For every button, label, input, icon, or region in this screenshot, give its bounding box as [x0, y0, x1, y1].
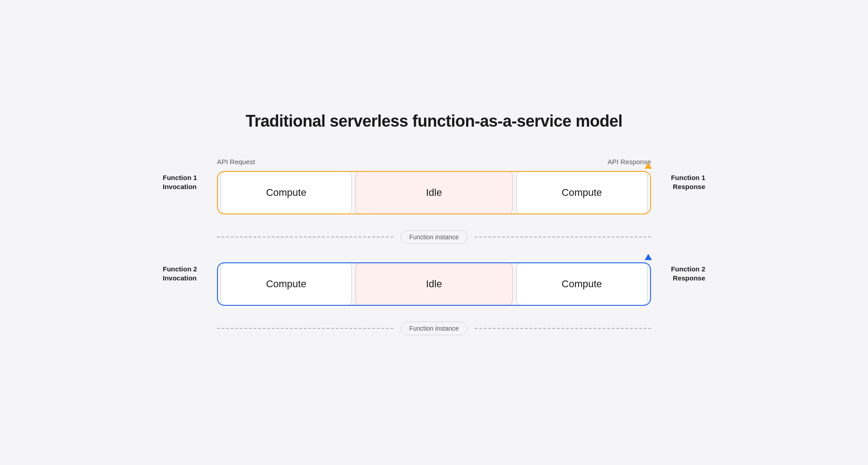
function2-divider-line-right — [475, 328, 651, 329]
function2-instance-divider: Function instance — [163, 322, 705, 335]
function1-right-label: Function 1 Response — [651, 169, 705, 223]
function1-row: Function 1 Invocation Compute Idle Compu… — [163, 169, 705, 223]
function2-left-label: Function 2 Invocation — [163, 260, 217, 314]
function2-right-label: Function 2 Response — [651, 260, 705, 314]
function1-frame-wrapper: Compute Idle Compute — [217, 169, 651, 217]
function1-section: API Request API Response Function 1 Invo… — [163, 158, 705, 244]
diagram-container: Traditional serverless function-as-a-ser… — [136, 94, 732, 371]
api-labels-row-1: API Request API Response — [163, 158, 705, 166]
function1-divider-line-right — [475, 237, 651, 237]
function2-section: Function 2 Invocation Compute Idle Compu… — [163, 257, 705, 335]
function2-row: Function 2 Invocation Compute Idle Compu… — [163, 260, 705, 314]
function1-instance-divider: Function instance — [163, 230, 705, 244]
function2-outer-frame — [217, 262, 651, 306]
function1-instance-label: Function instance — [401, 230, 467, 244]
function1-outer-frame — [217, 171, 651, 214]
api-request-label-1: API Request — [217, 158, 255, 166]
function2-instance-label: Function instance — [401, 322, 467, 335]
function1-arrow-icon — [645, 162, 652, 169]
function2-divider-line-left — [217, 328, 393, 329]
function2-arrow-icon — [645, 254, 652, 260]
function1-left-label: Function 1 Invocation — [163, 169, 217, 223]
diagram-title: Traditional serverless function-as-a-ser… — [163, 112, 705, 131]
function2-frame-wrapper: Compute Idle Compute — [217, 260, 651, 308]
function1-divider-line-left — [217, 237, 393, 237]
